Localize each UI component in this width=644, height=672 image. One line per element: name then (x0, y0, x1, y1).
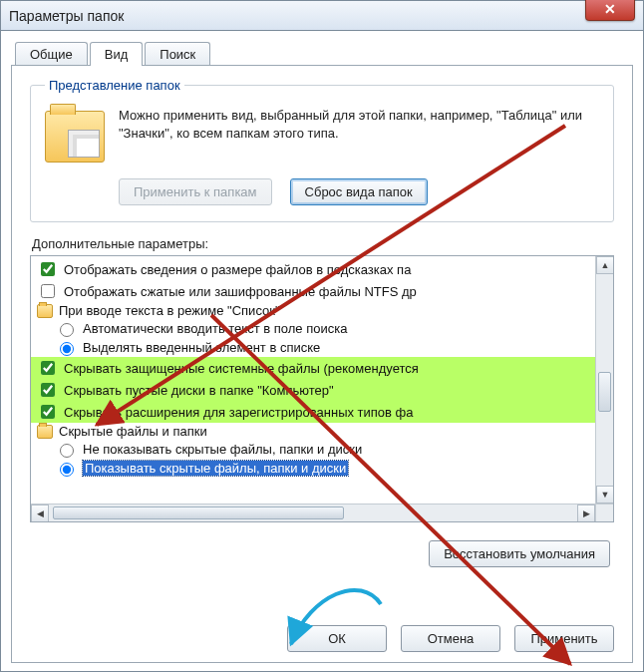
tab-general[interactable]: Общие (15, 42, 88, 66)
folder-node-icon (37, 425, 53, 439)
setting-row[interactable]: Отображать сжатые или зашифрованные файл… (31, 280, 595, 302)
setting-label: Показывать скрытые файлы, папки и диски (83, 461, 348, 476)
setting-label: При вводе текста в режиме "Список" (59, 303, 280, 318)
vscroll-thumb[interactable] (598, 372, 611, 412)
setting-row[interactable]: Выделять введенный элемент в списке (31, 338, 595, 357)
setting-checkbox[interactable] (41, 383, 55, 397)
setting-label: Отображать сведения о размере файлов в п… (64, 262, 411, 277)
close-icon: ✕ (604, 1, 616, 17)
folder-views-group: Представление папок Можно применить вид,… (30, 78, 614, 222)
setting-radio[interactable] (60, 323, 74, 337)
scroll-corner (595, 504, 613, 521)
setting-checkbox[interactable] (41, 262, 55, 276)
folder-views-description: Можно применить вид, выбранный для этой … (119, 107, 599, 163)
apply-button[interactable]: Применить (514, 625, 614, 652)
setting-checkbox[interactable] (41, 361, 55, 375)
setting-label: Скрывать защищенные системные файлы (рек… (64, 361, 419, 376)
setting-row[interactable]: Скрывать расширения для зарегистрированн… (31, 401, 595, 423)
setting-label: Скрывать расширения для зарегистрированн… (64, 405, 414, 420)
folder-icon (45, 111, 105, 163)
window-title: Параметры папок (9, 8, 124, 24)
vertical-scrollbar[interactable]: ▲ ▼ (595, 256, 613, 504)
cancel-button[interactable]: Отмена (401, 625, 500, 652)
folder-views-legend: Представление папок (45, 78, 184, 93)
close-button[interactable]: ✕ (585, 0, 635, 21)
setting-row[interactable]: Скрытые файлы и папки (31, 423, 595, 440)
setting-label: Скрытые файлы и папки (59, 424, 207, 439)
tab-strip: Общие Вид Поиск (15, 41, 633, 65)
scroll-right-icon[interactable]: ▶ (577, 504, 595, 522)
folder-node-icon (37, 304, 53, 318)
setting-row[interactable]: Показывать скрытые файлы, папки и диски (31, 459, 595, 478)
setting-checkbox[interactable] (41, 284, 55, 298)
scroll-up-icon[interactable]: ▲ (596, 256, 614, 274)
folder-options-dialog: Параметры папок ✕ Общие Вид Поиск Предст… (0, 0, 644, 672)
tab-panel-view: Представление папок Можно применить вид,… (11, 65, 633, 663)
setting-row[interactable]: Автоматически вводить текст в поле поиск… (31, 319, 595, 338)
setting-radio[interactable] (60, 444, 74, 458)
client-area: Общие Вид Поиск Представление папок Можн… (1, 31, 643, 671)
scroll-left-icon[interactable]: ◀ (31, 504, 49, 522)
setting-label: Автоматически вводить текст в поле поиск… (83, 321, 347, 336)
apply-to-folders-button: Применить к папкам (119, 178, 272, 205)
tab-view[interactable]: Вид (90, 42, 144, 66)
advanced-settings-list[interactable]: Отображать сведения о размере файлов в п… (30, 255, 614, 522)
setting-label: Не показывать скрытые файлы, папки и дис… (83, 442, 362, 457)
scroll-down-icon[interactable]: ▼ (596, 486, 614, 504)
titlebar: Параметры папок ✕ (1, 1, 643, 31)
restore-defaults-button[interactable]: Восстановить умолчания (429, 540, 610, 567)
tab-search[interactable]: Поиск (145, 42, 210, 66)
horizontal-scrollbar[interactable]: ◀ ▶ (31, 504, 595, 521)
setting-checkbox[interactable] (41, 405, 55, 419)
setting-radio[interactable] (60, 342, 74, 356)
setting-row[interactable]: Не показывать скрытые файлы, папки и дис… (31, 440, 595, 459)
dialog-buttons: ОК Отмена Применить (24, 613, 620, 652)
setting-radio[interactable] (60, 463, 74, 477)
setting-label: Скрывать пустые диски в папке "Компьютер… (64, 383, 334, 398)
advanced-label: Дополнительные параметры: (32, 236, 620, 251)
setting-row[interactable]: Скрывать пустые диски в папке "Компьютер… (31, 379, 595, 401)
setting-row[interactable]: Отображать сведения о размере файлов в п… (31, 258, 595, 280)
ok-button[interactable]: ОК (287, 625, 387, 652)
reset-folder-view-button[interactable]: Сброс вида папок (290, 178, 428, 205)
setting-row[interactable]: При вводе текста в режиме "Список" (31, 302, 595, 319)
setting-label: Выделять введенный элемент в списке (83, 340, 320, 355)
setting-label: Отображать сжатые или зашифрованные файл… (64, 284, 417, 299)
setting-row[interactable]: Скрывать защищенные системные файлы (рек… (31, 357, 595, 379)
hscroll-thumb[interactable] (53, 506, 344, 519)
